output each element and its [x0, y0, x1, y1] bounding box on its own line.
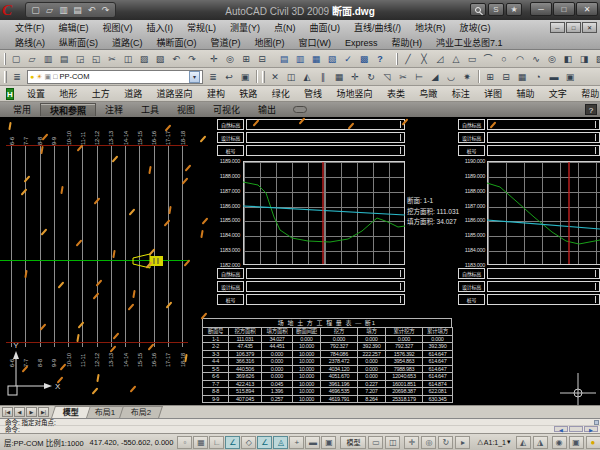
menu-item[interactable]: 编辑(E) — [52, 21, 96, 34]
arc-icon[interactable]: ⌒ — [480, 51, 496, 66]
polygon-icon[interactable]: △ — [448, 51, 464, 66]
ribbon-minimize-icon[interactable] — [293, 106, 307, 113]
coordinate-readout[interactable]: 417.420, -550.602, 0.000 — [90, 438, 174, 447]
menu-item[interactable]: 常规(L) — [180, 21, 223, 34]
markup-icon[interactable]: ✓ — [340, 51, 356, 66]
menu-item[interactable]: 放坡(G) — [453, 21, 498, 34]
copy-object-icon[interactable]: ◫ — [283, 69, 299, 84]
designcenter-icon[interactable]: ▥ — [292, 51, 308, 66]
hongye-menu-item[interactable]: 表类 — [380, 87, 412, 100]
help-icon[interactable]: ? — [372, 51, 388, 66]
menu-item[interactable]: 视图(V) — [96, 21, 140, 34]
toolbar-grip[interactable] — [4, 71, 7, 83]
annotation-visibility-icon[interactable]: ◭ — [516, 436, 531, 449]
new-icon[interactable]: ▢ — [29, 3, 42, 17]
menu-item[interactable]: 纵断面(S) — [52, 36, 105, 49]
section-line[interactable]: 9-9 9-9 — [49, 125, 60, 367]
hongye-menu-item[interactable]: 详图 — [477, 87, 509, 100]
annotation-autoscale-icon[interactable]: ◮ — [533, 436, 548, 449]
menu-item[interactable]: 地图(P) — [248, 36, 292, 49]
match-properties-icon[interactable]: ▧ — [152, 51, 168, 66]
save-icon[interactable]: ▥ — [40, 51, 56, 66]
layer-color-swatch[interactable]: □ — [53, 73, 57, 81]
close-button[interactable]: ✕ — [576, 2, 598, 16]
section-line[interactable]: 6-6 6-6 — [6, 125, 17, 367]
hongye-menu-item[interactable]: 建构 — [200, 87, 232, 100]
hongye-menu-item[interactable]: 绿化 — [265, 87, 297, 100]
hongye-menu-item[interactable]: 帮助 — [574, 87, 600, 100]
save-icon[interactable]: ▥ — [57, 3, 70, 17]
make-block-icon[interactable]: ◨ — [576, 51, 592, 66]
status-bulb-icon[interactable]: ● — [586, 436, 600, 449]
open-icon[interactable]: ▱ — [43, 3, 56, 17]
menu-item[interactable]: 路线(A) — [8, 36, 52, 49]
snap-toggle[interactable]: ▫ — [177, 436, 192, 449]
doc-restore-button[interactable]: □ — [566, 22, 581, 33]
section-line[interactable]: 16-16 16-16 — [149, 125, 160, 367]
section-line[interactable]: 10-10 10-10 — [63, 125, 74, 367]
layer-lock-icon[interactable]: ▣ — [45, 73, 52, 81]
section-line[interactable]: 14-14 14-14 — [120, 125, 131, 367]
menu-item[interactable]: 文件(F) — [8, 21, 52, 34]
menu-item[interactable]: 点(N) — [267, 21, 303, 34]
undo-icon[interactable]: ↶ — [168, 51, 184, 66]
show-motion-icon[interactable]: ▸ — [455, 436, 470, 449]
workspace-gear-icon[interactable]: ◉ — [552, 436, 567, 449]
toolbar-lock-icon[interactable]: ▣ — [569, 436, 584, 449]
layer-dropdown[interactable]: ● ☀ ▣ □ PP-COM ▾ — [27, 70, 203, 84]
construction-line-icon[interactable]: ╳ — [416, 51, 432, 66]
doc-close-button[interactable]: ✕ — [582, 22, 597, 33]
toolbar-grip[interactable] — [4, 53, 6, 65]
polyline-icon[interactable]: ◿ — [432, 51, 448, 66]
next-layout-icon[interactable]: ▶ — [26, 407, 37, 417]
hongye-menu-item[interactable]: 铁路 — [232, 87, 264, 100]
ortho-toggle[interactable]: ∟ — [209, 436, 224, 449]
hongye-logo-icon[interactable]: H — [6, 88, 14, 100]
section-line[interactable]: 15-15 15-15 — [134, 125, 145, 367]
mid-section-grid[interactable] — [243, 161, 405, 265]
right-section-grid[interactable] — [487, 161, 600, 265]
undo-icon[interactable]: ↶ — [85, 3, 98, 17]
section-line[interactable]: 12-12 12-12 — [92, 125, 103, 367]
insert-block-icon[interactable]: ◧ — [560, 51, 576, 66]
trim-icon[interactable]: ✂ — [395, 69, 411, 84]
site-boundary-bottom[interactable] — [6, 342, 188, 343]
hongye-menu-item[interactable]: 管线 — [297, 87, 329, 100]
paste-icon[interactable]: ▨ — [136, 51, 152, 66]
layer-manager-icon[interactable]: ≣ — [9, 69, 25, 84]
lineweight-icon[interactable]: ▬ — [546, 69, 562, 84]
array-icon[interactable]: ▦ — [331, 69, 347, 84]
sheet-set-icon[interactable]: ▧ — [324, 51, 340, 66]
layout-tab[interactable]: 布局2 — [120, 406, 164, 418]
layer-walk-icon[interactable]: ◔ — [530, 69, 546, 84]
fillet-icon[interactable]: ◡ — [443, 69, 459, 84]
autocad-logo-icon[interactable]: C — [2, 2, 19, 19]
pan-icon[interactable]: ✛ — [206, 51, 222, 66]
hongye-menu-item[interactable]: 场地竖向 — [329, 87, 379, 100]
scroll-right-icon[interactable]: ▶ — [584, 426, 598, 432]
menu-item[interactable]: 道路(C) — [105, 36, 150, 49]
command-prompt-line[interactable]: 命令: ◀ ▶ — [0, 426, 600, 433]
ellipse-icon[interactable]: ◎ — [544, 51, 560, 66]
ribbon-tab[interactable]: 注释 — [96, 103, 132, 116]
rectangle-icon[interactable]: ▭ — [464, 51, 480, 66]
scroll-left-icon[interactable]: ◀ — [554, 426, 568, 432]
publish-icon[interactable]: ◱ — [88, 51, 104, 66]
menu-item[interactable]: 曲面(U) — [303, 21, 348, 34]
layout-icon[interactable]: ▭ — [368, 436, 383, 449]
hongye-menu-item[interactable]: 地形 — [52, 87, 84, 100]
chamfer-icon[interactable]: ◢ — [427, 69, 443, 84]
tool-palettes-icon[interactable]: ▦ — [308, 51, 324, 66]
ribbon-tab[interactable]: 工具 — [132, 103, 168, 116]
command-line-window[interactable]: 命令: 指定对角点: 命令: ◀ ▶ — [0, 418, 600, 433]
color-icon[interactable]: ▣ — [562, 69, 578, 84]
dyn-toggle[interactable]: + — [289, 436, 304, 449]
move-icon[interactable]: ✛ — [347, 69, 363, 84]
model-space-button[interactable]: 模型 — [340, 436, 366, 449]
rotate-icon[interactable]: ↻ — [363, 69, 379, 84]
ribbon-tab[interactable]: 视图 — [168, 103, 204, 116]
toolbar-grip[interactable] — [396, 53, 398, 65]
minimize-button[interactable]: ─ — [530, 2, 552, 16]
zoom-icon[interactable]: ◎ — [421, 436, 436, 449]
hongye-menu-item[interactable]: 土方 — [85, 87, 117, 100]
